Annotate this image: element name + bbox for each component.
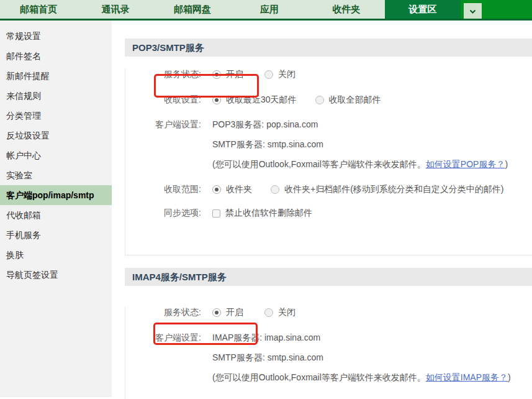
pop3-client-setting-row: 客户端设置: POP3服务器: pop.sina.com SMTP服务器: sm… (125, 114, 532, 174)
pop3-sync-label: 同步选项: (125, 208, 201, 219)
nav-tab-apps[interactable]: 应用 (231, 0, 308, 19)
pop3-fetch-recent30-option[interactable]: 收取最近30天邮件 (212, 94, 297, 106)
pop3-sync-checkbox-option[interactable]: 禁止收信软件删除邮件 (212, 208, 312, 219)
imap4-smtp-section: IMAP4服务/SMTP服务 服务状态: 开启 关闭 (125, 268, 532, 399)
imap-client-setting-row: 客户端设置: IMAP服务器: imap.sina.com SMTP服务器: s… (125, 328, 532, 387)
radio-selected-icon[interactable] (212, 185, 221, 194)
pop3-note-end: ) (505, 159, 508, 169)
sidebar-item-new-mail-alert[interactable]: 新邮件提醒 (0, 66, 112, 86)
imap-section-title: IMAP4服务/SMTP服务 (125, 268, 532, 286)
pop3-smtp-section: POP3/SMTP服务 服务状态: 开启 关闭 (125, 39, 532, 255)
pop3-sync-checkbox-label: 禁止收信软件删除邮件 (225, 208, 312, 219)
sidebar-item-mobile-service[interactable]: 手机服务 (0, 225, 112, 245)
sidebar-item-account-center[interactable]: 帐户中心 (0, 145, 112, 165)
nav-tab-netdisk[interactable]: 邮箱网盘 (154, 0, 231, 19)
sidebar-item-fetch-mailbox[interactable]: 代收邮箱 (0, 205, 112, 225)
sidebar-item-antispam[interactable]: 反垃圾设置 (0, 126, 112, 145)
pop3-service-status-label: 服务状态: (125, 69, 201, 80)
imap-smtp-server-line: SMTP服务器: smtp.sina.com (212, 347, 511, 367)
pop3-fetch-setting-row: 收取设置: 收取最近30天邮件 收取全部邮件 (125, 94, 532, 106)
pop3-status-on-option[interactable]: 开启 (212, 69, 243, 80)
pop3-section-title: POP3/SMTP服务 (125, 39, 532, 57)
pop3-scope-inbox-option[interactable]: 收件夹 (212, 184, 252, 195)
pop3-scope-inbox-label: 收件夹 (226, 184, 252, 195)
settings-dropdown-button[interactable] (464, 3, 482, 19)
pop3-status-off-option[interactable]: 关闭 (264, 69, 295, 80)
nav-tab-settings-active[interactable]: 设置区 (385, 0, 461, 19)
checkbox-unchecked-icon[interactable] (212, 209, 220, 218)
nav-filler (461, 0, 532, 19)
pop3-sync-row: 同步选项: 禁止收信软件删除邮件 (125, 207, 532, 219)
imap-service-status-row: 服务状态: 开启 关闭 (125, 306, 532, 319)
sidebar-item-signature[interactable]: 邮件签名 (0, 46, 112, 66)
sidebar-item-lab[interactable]: 实验室 (0, 165, 112, 185)
nav-tab-mail-home[interactable]: 邮箱首页 (0, 0, 77, 19)
pop3-fetch-label: 收取设置: (125, 94, 201, 106)
sidebar-item-skin[interactable]: 换肤 (0, 245, 112, 265)
pop3-scope-label: 收取范围: (125, 184, 201, 195)
radio-unselected-icon[interactable] (315, 96, 324, 104)
nav-tab-inbox[interactable]: 收件夹 (308, 0, 385, 19)
main-area: 常规设置 邮件签名 新邮件提醒 来信规则 分类管理 反垃圾设置 帐户中心 实验室… (0, 21, 532, 397)
sidebar-item-incoming-rules[interactable]: 来信规则 (0, 86, 112, 106)
pop3-fetch-recent30-label: 收取最近30天邮件 (226, 94, 297, 106)
sidebar-item-general[interactable]: 常规设置 (0, 26, 112, 46)
mail-settings-page: 邮箱首页 通讯录 邮箱网盘 应用 收件夹 设置区 常规设置 邮件签名 新邮件提醒… (0, 0, 532, 399)
nav-tab-contacts[interactable]: 通讯录 (77, 0, 154, 19)
radio-unselected-icon[interactable] (264, 70, 273, 79)
pop3-client-note: (您可以使用Outlook,Foxmail等客户端软件来收发邮件。如何设置POP… (212, 154, 508, 174)
settings-content: POP3/SMTP服务 服务状态: 开启 关闭 (125, 21, 532, 397)
radio-unselected-icon[interactable] (264, 308, 273, 317)
imap-status-off-option[interactable]: 关闭 (264, 307, 295, 318)
settings-sidebar: 常规设置 邮件签名 新邮件提醒 来信规则 分类管理 反垃圾设置 帐户中心 实验室… (0, 21, 112, 397)
sidebar-item-category-manage[interactable]: 分类管理 (0, 106, 112, 126)
pop3-scope-archive-label: 收件夹+归档邮件(移动到系统分类和自定义分类中的邮件) (284, 184, 504, 195)
sidebar-item-nav-tabs-setting[interactable]: 导航页签设置 (0, 265, 112, 285)
imap-status-on-option[interactable]: 开启 (212, 307, 243, 318)
pop3-client-label: 客户端设置: (125, 114, 201, 174)
imap-note-end: ) (508, 372, 511, 382)
imap-server-line: IMAP服务器: imap.sina.com (212, 328, 511, 347)
chevron-down-icon (469, 6, 476, 17)
imap-client-label: 客户端设置: (125, 328, 201, 387)
pop3-service-status-row: 服务状态: 开启 关闭 (125, 68, 532, 81)
imap-help-link[interactable]: 如何设置IMAP服务？ (426, 372, 508, 382)
pop3-fetch-all-option[interactable]: 收取全部邮件 (315, 94, 381, 106)
imap-status-off-label: 关闭 (278, 307, 295, 318)
radio-selected-icon[interactable] (212, 96, 221, 104)
radio-selected-icon[interactable] (212, 70, 221, 79)
pop3-status-off-label: 关闭 (278, 69, 295, 80)
top-nav: 邮箱首页 通讯录 邮箱网盘 应用 收件夹 设置区 (0, 0, 532, 21)
pop3-scope-archive-option[interactable]: 收件夹+归档邮件(移动到系统分类和自定义分类中的邮件) (271, 184, 504, 195)
pop3-fetch-all-label: 收取全部邮件 (329, 94, 381, 106)
pop3-smtp-server-line: SMTP服务器: smtp.sina.com (212, 134, 508, 154)
imap-status-on-label: 开启 (226, 307, 243, 318)
radio-unselected-icon[interactable] (271, 185, 279, 194)
imap-note-text: (您可以使用Outlook,Foxmail等客户端软件来收发邮件。 (212, 372, 426, 382)
imap-client-note: (您可以使用Outlook,Foxmail等客户端软件来收发邮件。如何设置IMA… (212, 367, 511, 387)
radio-selected-icon[interactable] (212, 308, 221, 317)
pop3-note-text: (您可以使用Outlook,Foxmail等客户端软件来收发邮件。 (212, 159, 426, 169)
pop3-scope-row: 收取范围: 收件夹 收件夹+归档邮件(移动到系统分类和自定义分类中的邮件) (125, 183, 532, 196)
sidebar-item-client-pop-imap-smtp[interactable]: 客户端pop/imap/smtp (0, 185, 112, 205)
pop3-server-line: POP3服务器: pop.sina.com (212, 114, 508, 134)
pop3-status-on-label: 开启 (226, 69, 243, 80)
imap-service-status-label: 服务状态: (125, 307, 201, 318)
pop3-help-link[interactable]: 如何设置POP服务？ (426, 159, 505, 169)
